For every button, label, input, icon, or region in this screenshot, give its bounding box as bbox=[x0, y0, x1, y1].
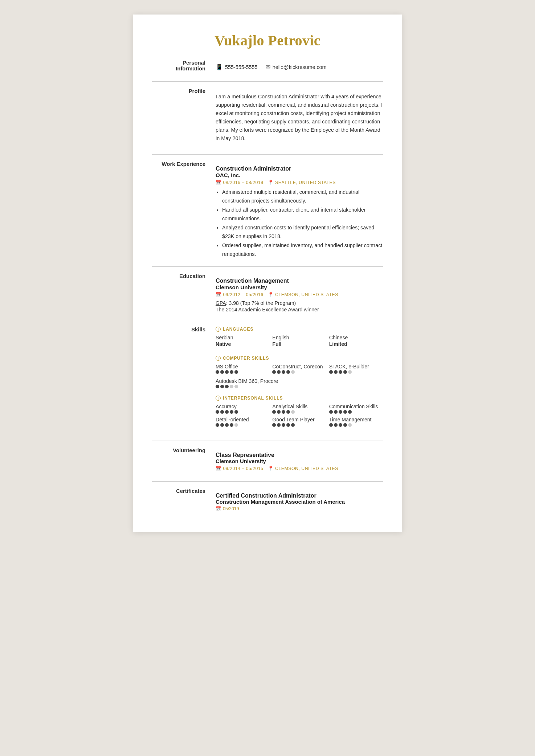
vol-location: 📍 CLEMSON, UNITED STATES bbox=[268, 466, 338, 471]
phone-item: 📱 555-555-5555 bbox=[216, 64, 258, 70]
divider-work bbox=[152, 266, 383, 267]
education-section: Education Construction Management Clemso… bbox=[152, 273, 383, 314]
dot bbox=[339, 423, 342, 427]
dot bbox=[339, 410, 342, 414]
skill-dots-team-player bbox=[272, 423, 326, 427]
dot bbox=[277, 423, 281, 427]
languages-label: i LANGUAGES bbox=[216, 327, 383, 332]
dot bbox=[225, 370, 229, 374]
dot bbox=[234, 410, 238, 414]
dot bbox=[329, 423, 333, 427]
skill-name-chinese: Chinese bbox=[329, 335, 383, 340]
personal-info-content: 📱 555-555-5555 ✉ hello@kickresume.com bbox=[216, 59, 383, 75]
profile-section: Profile I am a meticulous Construction A… bbox=[152, 87, 383, 148]
dot bbox=[216, 410, 219, 414]
certificates-content: Certified Construction Administrator Con… bbox=[216, 487, 383, 513]
computer-skills-label: i COMPUTER SKILLS bbox=[216, 356, 383, 361]
certificates-section: Certificates Certified Construction Admi… bbox=[152, 487, 383, 513]
profile-text: I am a meticulous Construction Administr… bbox=[216, 88, 383, 148]
email-address: hello@kickresume.com bbox=[273, 64, 327, 70]
edu-entry-title: Construction Management bbox=[216, 278, 383, 284]
work-experience-content: Construction Administrator OAC, Inc. 📅 0… bbox=[216, 160, 383, 261]
skill-dots-autodesk bbox=[216, 385, 383, 388]
dot bbox=[343, 370, 347, 374]
dot bbox=[348, 410, 352, 414]
work-bullet-2: Handled all supplier, contractor, client… bbox=[222, 206, 383, 223]
skill-english: English Full bbox=[272, 335, 326, 348]
dot bbox=[220, 410, 224, 414]
skill-name-serbian: Serbian bbox=[216, 335, 269, 340]
dot bbox=[282, 423, 285, 427]
dot bbox=[230, 385, 233, 388]
skill-autodesk-row: Autodesk BIM 360, Procore bbox=[216, 378, 383, 388]
skill-name-accuracy: Accuracy bbox=[216, 404, 269, 409]
dot bbox=[343, 410, 347, 414]
dot bbox=[286, 423, 290, 427]
resume-header: Vukajlo Petrovic bbox=[152, 32, 383, 49]
edu-award: The 2014 Academic Excellence Award winne… bbox=[216, 307, 383, 312]
certificates-label: Certificates bbox=[152, 487, 216, 494]
dot bbox=[291, 370, 295, 374]
dot bbox=[216, 423, 219, 427]
education-content: Construction Management Clemson Universi… bbox=[216, 273, 383, 314]
skill-accuracy: Accuracy bbox=[216, 404, 269, 414]
dot bbox=[348, 370, 352, 374]
dot bbox=[234, 385, 238, 388]
volunteering-section: Volunteering Class Representative Clemso… bbox=[152, 447, 383, 475]
skill-dots-detail bbox=[216, 423, 269, 427]
skills-content: i LANGUAGES Serbian Native English Full bbox=[216, 326, 383, 435]
work-date: 📅 08/2016 – 08/2019 bbox=[216, 180, 264, 185]
profile-content: I am a meticulous Construction Administr… bbox=[216, 87, 383, 148]
dot bbox=[225, 385, 229, 388]
resume-container: Vukajlo Petrovic PersonalInformation 📱 5… bbox=[133, 15, 402, 532]
skill-stack: STACK, e-Builder bbox=[329, 364, 383, 374]
dot bbox=[230, 370, 233, 374]
edu-gpa: GPA: 3.98 (Top 7% of the Program) bbox=[216, 300, 383, 306]
email-item: ✉ hello@kickresume.com bbox=[266, 64, 327, 70]
profile-label: Profile bbox=[152, 87, 216, 94]
candidate-name: Vukajlo Petrovic bbox=[152, 32, 383, 49]
location-icon-edu: 📍 bbox=[268, 292, 274, 297]
dot bbox=[329, 410, 333, 414]
work-bullet-1: Administered multiple residential, comme… bbox=[222, 188, 383, 205]
location-icon-vol: 📍 bbox=[268, 466, 274, 471]
dot bbox=[272, 423, 276, 427]
divider-profile bbox=[152, 154, 383, 155]
skill-name-coconstruct: CoConstruct, Corecon bbox=[272, 364, 326, 369]
phone-number: 555-555-5555 bbox=[225, 64, 258, 70]
calendar-icon-cert: 📅 bbox=[216, 506, 221, 511]
skill-name-english: English bbox=[272, 335, 326, 340]
dot bbox=[234, 423, 238, 427]
dot bbox=[220, 423, 224, 427]
skill-coconstruct: CoConstruct, Corecon bbox=[272, 364, 326, 374]
divider-volunteering bbox=[152, 481, 383, 482]
skill-communication: Communication Skills bbox=[329, 404, 383, 414]
languages-group: i LANGUAGES Serbian Native English Full bbox=[216, 327, 383, 348]
dot bbox=[216, 385, 219, 388]
dot bbox=[339, 370, 342, 374]
skill-team-player: Good Team Player bbox=[272, 417, 326, 427]
calendar-icon-edu: 📅 bbox=[216, 292, 222, 297]
dot bbox=[334, 423, 338, 427]
calendar-icon-vol: 📅 bbox=[216, 466, 222, 471]
info-icon-lang: i bbox=[216, 327, 221, 332]
volunteering-label: Volunteering bbox=[152, 447, 216, 453]
info-icon-comp: i bbox=[216, 356, 221, 361]
dot bbox=[334, 410, 338, 414]
interpersonal-skills-label: i INTERPERSONAL SKILLS bbox=[216, 396, 383, 401]
dot bbox=[282, 370, 285, 374]
dot bbox=[230, 423, 233, 427]
dot bbox=[225, 423, 229, 427]
skill-name-stack: STACK, e-Builder bbox=[329, 364, 383, 369]
calendar-icon: 📅 bbox=[216, 180, 222, 185]
skill-detail: Detail-oriented bbox=[216, 417, 269, 427]
divider-skills bbox=[152, 441, 383, 441]
vol-entry-org: Clemson University bbox=[216, 458, 383, 464]
vol-date: 📅 09/2014 – 05/2015 bbox=[216, 466, 264, 471]
email-icon: ✉ bbox=[266, 64, 270, 70]
dot bbox=[216, 370, 219, 374]
work-bullet-3: Analyzed construction costs to identify … bbox=[222, 224, 383, 241]
skill-name-detail: Detail-oriented bbox=[216, 417, 269, 422]
dot bbox=[286, 370, 290, 374]
dot bbox=[220, 370, 224, 374]
